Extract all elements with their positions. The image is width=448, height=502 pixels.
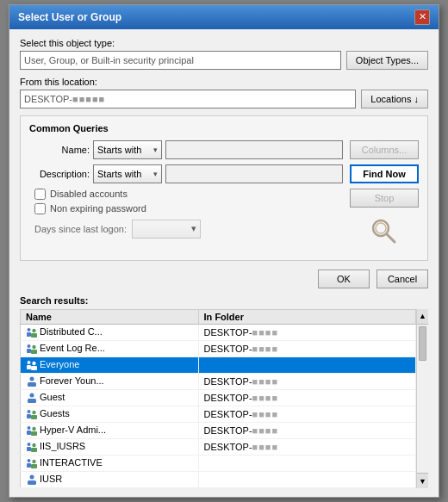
close-button[interactable]: ✕ [414, 9, 430, 25]
result-folder [198, 472, 415, 488]
svg-rect-23 [27, 431, 31, 435]
scroll-down-btn[interactable]: ▼ [417, 473, 428, 488]
cancel-button[interactable]: Cancel [376, 270, 428, 288]
scroll-up-btn[interactable]: ▲ [417, 309, 428, 325]
search-icon [350, 216, 419, 253]
svg-point-15 [30, 376, 34, 381]
name-query-row: Name: Starts with ▾ [29, 140, 343, 159]
find-now-button[interactable]: Find Now [350, 164, 419, 183]
table-row[interactable]: IIS_IUSRSDESKTOP-■■■■ [21, 439, 416, 456]
result-folder: DESKTOP-■■■■ [198, 373, 415, 389]
search-results-label: Search results: [20, 295, 428, 306]
queries-left: Name: Starts with ▾ Description: Starts … [29, 140, 343, 253]
name-filter-arrow: ▾ [153, 146, 158, 154]
svg-rect-5 [31, 333, 37, 338]
result-name: Guest [21, 389, 199, 406]
table-row[interactable]: Event Log Re...DESKTOP-■■■■ [21, 340, 416, 356]
non-expiring-row: Non expiring password [29, 203, 343, 214]
table-row[interactable]: INTERACTIVE [21, 456, 416, 472]
result-name: Everyone [21, 356, 199, 373]
desc-query-row: Description: Starts with ▾ [29, 164, 343, 183]
result-name: INTERACTIVE [21, 456, 199, 472]
disabled-accounts-checkbox[interactable] [34, 189, 46, 200]
table-row[interactable]: Distributed C...DESKTOP-■■■■ [21, 324, 416, 340]
non-expiring-label: Non expiring password [50, 203, 146, 214]
svg-rect-9 [31, 350, 37, 354]
table-row[interactable]: IUSR [21, 472, 416, 488]
disabled-accounts-label: Disabled accounts [50, 189, 128, 199]
results-table: Name In Folder Distributed C...DESKTOP-■… [20, 309, 416, 489]
columns-button[interactable]: Columns... [350, 140, 419, 159]
object-type-label: Select this object type: [20, 38, 428, 48]
queries-right: Columns... Find Now Stop [350, 140, 419, 253]
common-queries-section: Common Queries Name: Starts with ▾ De [20, 115, 428, 261]
svg-point-26 [32, 427, 35, 431]
location-input[interactable]: DESKTOP-■■■■■ [20, 90, 356, 108]
svg-rect-33 [31, 464, 37, 468]
desc-label: Description: [29, 169, 90, 179]
results-container: Name In Folder Distributed C...DESKTOP-■… [20, 309, 428, 489]
scroll-thumb[interactable] [419, 326, 426, 361]
svg-point-34 [32, 460, 35, 463]
svg-rect-18 [28, 399, 36, 403]
svg-rect-29 [31, 448, 37, 452]
vertical-scrollbar[interactable]: ▲ ▼ [416, 309, 428, 489]
result-folder: DESKTOP-■■■■ [198, 439, 415, 456]
result-name: Event Log Re... [21, 340, 199, 356]
svg-point-32 [28, 459, 31, 462]
desc-filter-select[interactable]: Starts with ▾ [93, 164, 162, 183]
days-row: Days since last logon: ▾ [29, 220, 343, 239]
result-folder [198, 456, 415, 472]
svg-point-1 [376, 223, 386, 233]
ok-cancel-row: OK Cancel [20, 270, 428, 288]
locations-button[interactable]: Locations ↓ [361, 90, 428, 108]
results-body: Distributed C...DESKTOP-■■■■ Event Log R… [21, 324, 416, 488]
location-label: From this location: [20, 77, 428, 87]
svg-rect-31 [27, 463, 31, 468]
table-row[interactable]: Hyper-V Admi...DESKTOP-■■■■ [21, 423, 416, 439]
svg-point-24 [28, 426, 31, 430]
stop-button[interactable]: Stop [350, 189, 419, 208]
name-filter-select[interactable]: Starts with ▾ [93, 140, 162, 159]
common-queries-title: Common Queries [29, 123, 419, 133]
svg-point-20 [28, 410, 31, 413]
svg-rect-3 [27, 332, 31, 337]
table-row[interactable]: Everyone [21, 356, 416, 373]
svg-point-12 [28, 361, 31, 364]
svg-point-35 [30, 475, 34, 480]
title-bar: Select User or Group ✕ [9, 5, 439, 29]
svg-rect-21 [31, 415, 37, 419]
result-folder [198, 356, 415, 373]
col-name: Name [21, 309, 199, 324]
non-expiring-checkbox[interactable] [34, 203, 46, 214]
result-name: IIS_IUSRS [21, 439, 199, 456]
name-filter-value: Starts with [97, 145, 141, 155]
svg-rect-27 [27, 447, 31, 451]
result-name: Hyper-V Admi... [21, 423, 199, 439]
svg-rect-13 [31, 366, 37, 370]
desc-value-input[interactable] [165, 164, 343, 183]
name-value-input[interactable] [165, 140, 343, 159]
result-name: Forever Youn... [21, 373, 199, 389]
svg-point-22 [32, 411, 35, 414]
result-folder: DESKTOP-■■■■ [198, 389, 415, 406]
table-row[interactable]: Forever Youn...DESKTOP-■■■■ [21, 373, 416, 389]
result-folder: DESKTOP-■■■■ [198, 406, 415, 423]
location-value: DESKTOP- [24, 94, 72, 104]
svg-rect-7 [27, 349, 31, 353]
svg-point-30 [32, 443, 35, 447]
table-row[interactable]: GuestsDESKTOP-■■■■ [21, 406, 416, 423]
svg-rect-11 [27, 365, 31, 369]
result-folder: DESKTOP-■■■■ [198, 423, 415, 439]
object-type-input[interactable] [20, 51, 341, 70]
svg-point-10 [32, 345, 35, 349]
svg-point-8 [28, 344, 31, 348]
object-types-button[interactable]: Object Types... [346, 51, 428, 70]
svg-rect-19 [27, 414, 31, 418]
name-label: Name: [29, 145, 90, 155]
svg-point-14 [32, 362, 35, 365]
ok-button[interactable]: OK [318, 270, 370, 288]
svg-point-28 [28, 443, 31, 446]
svg-rect-25 [31, 431, 37, 436]
table-row[interactable]: GuestDESKTOP-■■■■ [21, 389, 416, 406]
